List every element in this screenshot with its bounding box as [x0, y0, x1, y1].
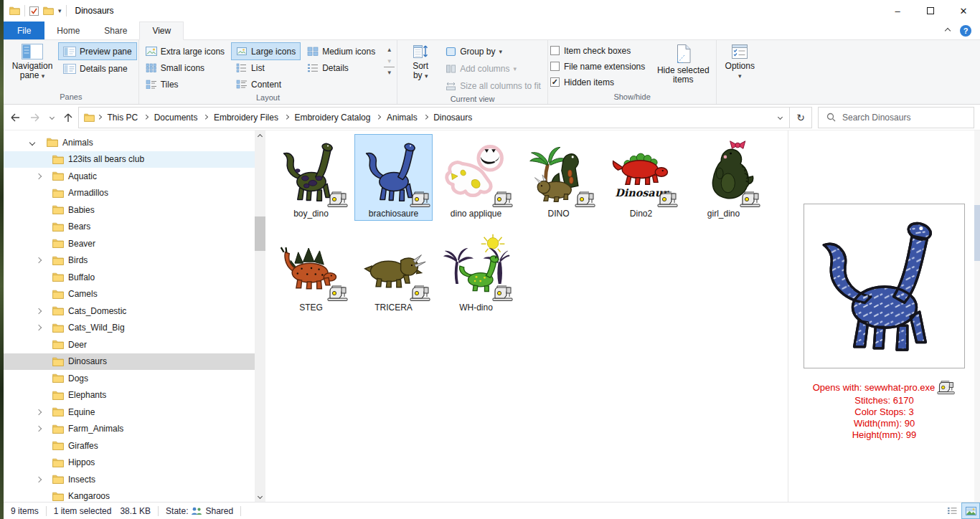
- minimize-button[interactable]: –: [881, 0, 914, 22]
- folder-icon[interactable]: [9, 6, 20, 15]
- hide-selected-items-button[interactable]: Hide selected items: [652, 42, 714, 85]
- tree-item-insects[interactable]: Insects: [4, 471, 255, 488]
- chevron-right-icon[interactable]: [36, 325, 42, 330]
- tree-item-elephants[interactable]: Elephants: [4, 387, 255, 404]
- chevron-right-icon[interactable]: [36, 173, 42, 179]
- details-pane-button[interactable]: Details pane: [59, 60, 136, 77]
- file-dino[interactable]: DINO: [520, 135, 597, 220]
- tree-item-123its-all-bears-club[interactable]: 123its all bears club: [4, 151, 255, 168]
- tab-home[interactable]: Home: [44, 22, 92, 39]
- tab-view[interactable]: View: [139, 22, 184, 40]
- file-dino2[interactable]: Dinosaur Dino2: [603, 135, 679, 220]
- chevron-right-icon[interactable]: [36, 477, 42, 482]
- tree-item-bears[interactable]: Bears: [4, 219, 255, 236]
- view-details[interactable]: Details: [303, 59, 380, 76]
- tree-item-buffalo[interactable]: Buffalo: [4, 269, 255, 286]
- tree-item-giraffes[interactable]: Giraffes: [4, 437, 255, 454]
- breadcrumb-chevron-icon[interactable]: [202, 115, 209, 119]
- title-bar[interactable]: ▾ Dinosaurs – ✕: [4, 0, 980, 22]
- tree-item-animals[interactable]: Animals: [4, 134, 255, 151]
- view-large-icons[interactable]: Large icons: [232, 43, 300, 59]
- tree-item-armadillos[interactable]: Armadillos: [4, 185, 255, 202]
- tree-item-deer[interactable]: Deer: [4, 336, 255, 353]
- breadcrumb-item-documents[interactable]: Documents: [151, 108, 202, 128]
- sort-by-button[interactable]: Sort by ▾: [400, 42, 441, 82]
- navigation-pane-button[interactable]: Navigation pane ▾: [6, 42, 59, 82]
- chevron-expanded-icon[interactable]: [29, 140, 35, 146]
- tree-item-cats-wild-big[interactable]: Cats_Wild_Big: [4, 320, 255, 337]
- breadcrumb-item-embroidery-files[interactable]: Embroidery Files: [210, 108, 282, 128]
- large-thumbnails-view-toggle[interactable]: [961, 503, 980, 519]
- file-boy-dino[interactable]: boy_dino: [273, 135, 349, 220]
- file-girl-dino[interactable]: girl_dino: [685, 135, 762, 220]
- breadcrumb-item-animals[interactable]: Animals: [383, 108, 421, 128]
- view-medium-icons[interactable]: Medium icons: [303, 43, 380, 59]
- view-content[interactable]: Content: [232, 76, 300, 92]
- tree-item-farm-animals[interactable]: Farm_Animals: [4, 421, 255, 438]
- scrollbar-thumb[interactable]: [255, 216, 265, 251]
- gallery-up-icon[interactable]: ▲: [384, 44, 395, 55]
- breadcrumb-chevron-icon[interactable]: [96, 115, 103, 119]
- new-folder-icon[interactable]: [43, 6, 54, 15]
- gallery-down-icon[interactable]: ▼: [384, 55, 395, 67]
- view-extra-large-icons[interactable]: Extra large icons: [141, 43, 229, 59]
- file-wh-dino[interactable]: WH-dino: [438, 229, 514, 314]
- details-view-toggle[interactable]: [943, 503, 961, 519]
- close-button[interactable]: ✕: [947, 0, 980, 22]
- tree-item-aquatic[interactable]: Aquatic: [4, 168, 255, 185]
- file-brachiosaure[interactable]: brachiosaure: [355, 135, 432, 220]
- tree-item-hippos[interactable]: Hippos: [4, 454, 255, 472]
- tree-scrollbar[interactable]: [255, 130, 265, 502]
- breadcrumb-item-embroidery-catalog[interactable]: Embroidery Catalog: [291, 108, 374, 128]
- add-columns-button[interactable]: Add columns ▾: [441, 60, 545, 77]
- chevron-right-icon[interactable]: [36, 426, 42, 432]
- back-button[interactable]: [5, 108, 25, 128]
- tree-item-beaver[interactable]: Beaver: [4, 235, 255, 252]
- refresh-button[interactable]: ↻: [789, 107, 812, 128]
- view-tiles[interactable]: Tiles: [141, 76, 229, 92]
- recent-locations-button[interactable]: [45, 108, 58, 128]
- checkbox-file-name-extensions[interactable]: File name extensions: [550, 59, 645, 74]
- forward-button[interactable]: [25, 108, 45, 128]
- scroll-down-icon[interactable]: [255, 490, 265, 502]
- tree-item-dogs[interactable]: Dogs: [4, 370, 255, 387]
- file-tricera[interactable]: TRICERA: [355, 229, 432, 314]
- tree-item-cats-domestic[interactable]: Cats_Domestic: [4, 303, 255, 320]
- customize-qat-chevron-icon[interactable]: ▾: [58, 7, 62, 14]
- tab-file[interactable]: File: [4, 22, 44, 39]
- breadcrumb-chevron-icon[interactable]: [375, 115, 382, 119]
- scroll-up-icon[interactable]: [255, 130, 265, 142]
- tree-item-camels[interactable]: Camels: [4, 286, 255, 303]
- breadcrumb-item-dinosaurs[interactable]: Dinosaurs: [430, 108, 476, 128]
- checkbox-item-check-boxes[interactable]: Item check boxes: [550, 43, 645, 58]
- view-small-icons[interactable]: Small icons: [141, 59, 229, 76]
- options-button[interactable]: Options▾: [719, 42, 760, 82]
- tree-item-birds[interactable]: Birds: [4, 252, 255, 270]
- scrollbar-thumb[interactable]: [974, 205, 980, 261]
- tree-item-babies[interactable]: Babies: [4, 201, 255, 219]
- file-steg[interactable]: STEG: [273, 229, 349, 314]
- address-dropdown-button[interactable]: [771, 108, 789, 128]
- size-all-columns-button[interactable]: Size all columns to fit: [441, 77, 545, 94]
- collapse-ribbon-icon[interactable]: [945, 27, 951, 33]
- preview-pane-button[interactable]: Preview pane: [59, 43, 136, 59]
- tree-item-equine[interactable]: Equine: [4, 404, 255, 421]
- tab-share[interactable]: Share: [92, 22, 139, 39]
- chevron-right-icon[interactable]: [36, 257, 42, 263]
- up-button[interactable]: [58, 108, 78, 128]
- chevron-right-icon[interactable]: [36, 409, 42, 415]
- checkbox-hidden-items[interactable]: Hidden items: [550, 75, 645, 90]
- preview-scrollbar[interactable]: [974, 130, 980, 502]
- tree-item-dinosaurs[interactable]: Dinosaurs: [4, 353, 255, 371]
- properties-check-icon[interactable]: [29, 6, 39, 16]
- search-box[interactable]: Search Dinosaurs: [818, 107, 974, 128]
- breadcrumb-chevron-icon[interactable]: [423, 115, 429, 119]
- breadcrumb-item-this-pc[interactable]: This PC: [104, 108, 142, 128]
- chevron-right-icon[interactable]: [36, 308, 42, 314]
- tree-item-kangaroos[interactable]: Kangaroos: [4, 488, 255, 503]
- breadcrumb-chevron-icon[interactable]: [283, 115, 290, 119]
- file-dino-applique[interactable]: dino applique: [438, 135, 514, 220]
- gallery-more-icon[interactable]: ▼: [384, 67, 395, 78]
- address-box[interactable]: This PCDocumentsEmbroidery FilesEmbroide…: [78, 107, 790, 128]
- group-by-button[interactable]: Group by ▾: [441, 43, 545, 59]
